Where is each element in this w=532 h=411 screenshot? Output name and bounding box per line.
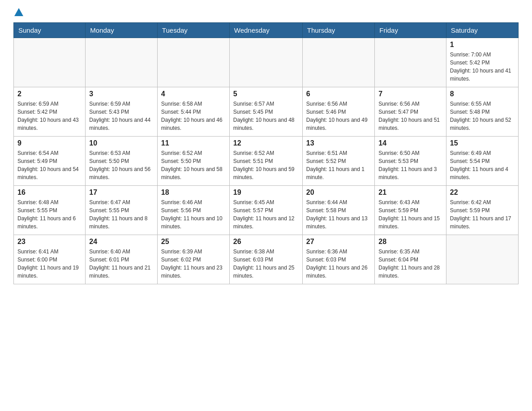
day-info: Sunrise: 6:35 AM Sunset: 6:04 PM Dayligh… [378,248,442,280]
calendar-cell: 27Sunrise: 6:36 AM Sunset: 6:03 PM Dayli… [302,235,374,284]
calendar-cell [375,38,446,87]
column-header-friday: Friday [375,23,446,38]
calendar-cell: 13Sunrise: 6:51 AM Sunset: 5:52 PM Dayli… [302,137,374,186]
calendar-cell: 18Sunrise: 6:46 AM Sunset: 5:56 PM Dayli… [157,186,229,235]
calendar-table: SundayMondayTuesdayWednesdayThursdayFrid… [13,22,519,284]
logo-triangle-icon [14,8,23,16]
calendar-cell: 5Sunrise: 6:57 AM Sunset: 5:45 PM Daylig… [229,87,302,137]
calendar-cell: 15Sunrise: 6:49 AM Sunset: 5:54 PM Dayli… [446,137,518,186]
day-number: 16 [17,188,82,197]
column-header-saturday: Saturday [446,23,518,38]
day-number: 24 [89,238,154,246]
day-number: 26 [233,238,299,246]
calendar-cell [86,38,158,87]
calendar-cell: 16Sunrise: 6:48 AM Sunset: 5:55 PM Dayli… [14,186,86,235]
day-number: 5 [233,90,299,98]
day-info: Sunrise: 6:38 AM Sunset: 6:03 PM Dayligh… [233,248,299,280]
day-number: 18 [161,188,226,197]
calendar-cell [302,38,374,87]
calendar-cell: 3Sunrise: 6:59 AM Sunset: 5:43 PM Daylig… [86,87,158,137]
day-info: Sunrise: 6:43 AM Sunset: 5:59 PM Dayligh… [378,198,442,231]
day-number: 22 [450,188,515,197]
day-number: 3 [89,90,154,98]
day-info: Sunrise: 6:59 AM Sunset: 5:42 PM Dayligh… [17,100,82,132]
calendar-cell: 26Sunrise: 6:38 AM Sunset: 6:03 PM Dayli… [229,235,302,284]
day-number: 7 [378,90,442,98]
day-info: Sunrise: 6:57 AM Sunset: 5:45 PM Dayligh… [233,100,299,132]
day-number: 11 [161,139,226,147]
day-info: Sunrise: 7:00 AM Sunset: 5:42 PM Dayligh… [450,51,515,83]
calendar-cell: 24Sunrise: 6:40 AM Sunset: 6:01 PM Dayli… [86,235,158,284]
day-info: Sunrise: 6:46 AM Sunset: 5:56 PM Dayligh… [161,198,226,231]
day-info: Sunrise: 6:58 AM Sunset: 5:44 PM Dayligh… [161,100,226,132]
calendar-cell: 28Sunrise: 6:35 AM Sunset: 6:04 PM Dayli… [375,235,446,284]
calendar-cell: 17Sunrise: 6:47 AM Sunset: 5:55 PM Dayli… [86,186,158,235]
day-info: Sunrise: 6:56 AM Sunset: 5:47 PM Dayligh… [378,100,442,132]
calendar-cell [229,38,302,87]
day-number: 2 [17,90,82,98]
day-info: Sunrise: 6:45 AM Sunset: 5:57 PM Dayligh… [233,198,299,231]
calendar-week-row: 2Sunrise: 6:59 AM Sunset: 5:42 PM Daylig… [14,87,519,137]
column-header-thursday: Thursday [302,23,374,38]
calendar-cell: 25Sunrise: 6:39 AM Sunset: 6:02 PM Dayli… [157,235,229,284]
day-info: Sunrise: 6:56 AM Sunset: 5:46 PM Dayligh… [306,100,371,132]
calendar-cell: 19Sunrise: 6:45 AM Sunset: 5:57 PM Dayli… [229,186,302,235]
day-number: 6 [306,90,371,98]
column-header-monday: Monday [86,23,158,38]
day-info: Sunrise: 6:42 AM Sunset: 5:59 PM Dayligh… [450,198,515,231]
day-info: Sunrise: 6:52 AM Sunset: 5:50 PM Dayligh… [161,149,226,181]
day-number: 14 [378,139,442,147]
calendar-cell: 21Sunrise: 6:43 AM Sunset: 5:59 PM Dayli… [375,186,446,235]
day-info: Sunrise: 6:47 AM Sunset: 5:55 PM Dayligh… [89,198,154,231]
calendar-header-row: SundayMondayTuesdayWednesdayThursdayFrid… [14,23,519,38]
day-number: 1 [450,41,515,49]
day-number: 17 [89,188,154,197]
day-info: Sunrise: 6:39 AM Sunset: 6:02 PM Dayligh… [161,248,226,280]
calendar-cell: 14Sunrise: 6:50 AM Sunset: 5:53 PM Dayli… [375,137,446,186]
calendar-cell: 1Sunrise: 7:00 AM Sunset: 5:42 PM Daylig… [446,38,518,87]
day-number: 27 [306,238,371,246]
day-number: 20 [306,188,371,197]
calendar-week-row: 16Sunrise: 6:48 AM Sunset: 5:55 PM Dayli… [14,186,519,235]
day-info: Sunrise: 6:50 AM Sunset: 5:53 PM Dayligh… [378,149,442,181]
day-number: 13 [306,139,371,147]
day-info: Sunrise: 6:54 AM Sunset: 5:49 PM Dayligh… [17,149,82,181]
calendar-cell: 11Sunrise: 6:52 AM Sunset: 5:50 PM Dayli… [157,137,229,186]
day-number: 4 [161,90,226,98]
day-number: 28 [378,238,442,246]
calendar-week-row: 23Sunrise: 6:41 AM Sunset: 6:00 PM Dayli… [14,235,519,284]
day-number: 10 [89,139,154,147]
day-info: Sunrise: 6:51 AM Sunset: 5:52 PM Dayligh… [306,149,371,181]
day-number: 8 [450,90,515,98]
column-header-sunday: Sunday [14,23,86,38]
calendar-cell: 23Sunrise: 6:41 AM Sunset: 6:00 PM Dayli… [14,235,86,284]
day-info: Sunrise: 6:53 AM Sunset: 5:50 PM Dayligh… [89,149,154,181]
calendar-cell: 9Sunrise: 6:54 AM Sunset: 5:49 PM Daylig… [14,137,86,186]
calendar-cell: 8Sunrise: 6:55 AM Sunset: 5:48 PM Daylig… [446,87,518,137]
calendar-week-row: 9Sunrise: 6:54 AM Sunset: 5:49 PM Daylig… [14,137,519,186]
day-info: Sunrise: 6:49 AM Sunset: 5:54 PM Dayligh… [450,149,515,181]
day-number: 25 [161,238,226,246]
page-header [13,9,519,15]
day-info: Sunrise: 6:55 AM Sunset: 5:48 PM Dayligh… [450,100,515,132]
day-info: Sunrise: 6:36 AM Sunset: 6:03 PM Dayligh… [306,248,371,280]
calendar-cell: 12Sunrise: 6:52 AM Sunset: 5:51 PM Dayli… [229,137,302,186]
day-info: Sunrise: 6:48 AM Sunset: 5:55 PM Dayligh… [17,198,82,231]
calendar-cell: 10Sunrise: 6:53 AM Sunset: 5:50 PM Dayli… [86,137,158,186]
day-number: 12 [233,139,299,147]
calendar-cell [157,38,229,87]
day-number: 23 [17,238,82,246]
day-number: 19 [233,188,299,197]
day-number: 15 [450,139,515,147]
column-header-tuesday: Tuesday [157,23,229,38]
calendar-cell: 22Sunrise: 6:42 AM Sunset: 5:59 PM Dayli… [446,186,518,235]
day-info: Sunrise: 6:59 AM Sunset: 5:43 PM Dayligh… [89,100,154,132]
day-number: 21 [378,188,442,197]
calendar-cell: 6Sunrise: 6:56 AM Sunset: 5:46 PM Daylig… [302,87,374,137]
calendar-cell: 2Sunrise: 6:59 AM Sunset: 5:42 PM Daylig… [14,87,86,137]
day-info: Sunrise: 6:44 AM Sunset: 5:58 PM Dayligh… [306,198,371,231]
day-info: Sunrise: 6:52 AM Sunset: 5:51 PM Dayligh… [233,149,299,181]
day-number: 9 [17,139,82,147]
day-info: Sunrise: 6:40 AM Sunset: 6:01 PM Dayligh… [89,248,154,280]
day-info: Sunrise: 6:41 AM Sunset: 6:00 PM Dayligh… [17,248,82,280]
